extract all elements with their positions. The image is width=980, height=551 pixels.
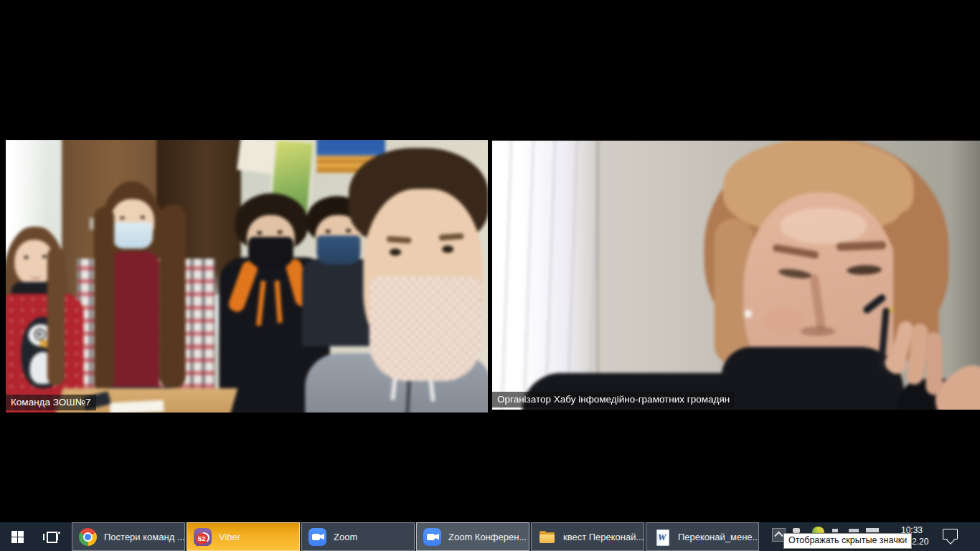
zoom-icon [423,528,441,546]
taskbar-app-chrome[interactable]: Постери команд ... [72,522,185,551]
taskbar-apps: Постери команд ...52ViberZoomZoom Конфер… [72,522,759,551]
pearl-earring [745,311,751,317]
student-4-blue-mask [316,235,360,265]
paper-sheet [110,400,164,413]
penguin-pupil [38,332,42,336]
zoom-icon [308,528,326,546]
taskbar-app-label: Zoom Конферен... [448,532,527,542]
hidden-tray-icon[interactable] [849,529,859,532]
student-5-eye [442,245,453,253]
windows-start-icon [11,531,24,543]
student-2-mask [112,222,153,249]
participant-name-label: Команда ЗОШ№7 [6,395,96,410]
taskbar-app-viber[interactable]: 52Viber [187,522,300,551]
folder-icon [538,528,556,546]
student-3-eye [257,231,262,235]
action-center-button[interactable] [943,529,960,543]
zoom-meeting-window: Команда ЗОШ№7 [0,0,980,551]
taskbar-app-label: квест Переконай... [563,532,644,542]
taskbar-app-label: Viber [219,532,240,542]
video-frame-team [6,140,488,413]
student-1-smile [30,272,42,279]
taskbar-app-label: Постери команд ... [104,532,184,542]
unread-count-badge: 52 [196,533,207,545]
student-1-eye [42,255,47,258]
hidden-tray-icon[interactable] [866,528,879,532]
taskbar-app-word-doc[interactable]: Переконай_мене... [646,522,759,551]
taskbar-app-label: Переконай_мене... [678,532,758,542]
student-5-eye [390,248,401,255]
taskbar-app-folder-quest[interactable]: квест Переконай... [531,522,644,551]
chrome-icon [79,528,97,546]
student-5-beige-mask [369,276,481,381]
video-tile-team[interactable]: Команда ЗОШ№7 [6,140,488,413]
student-1-eye [24,256,28,259]
student-3-eye [278,230,283,234]
organizer-nose-shadow [800,326,835,336]
taskbar-app-zoom-meeting[interactable]: Zoom Конферен... [416,522,529,551]
forehead-highlight [780,208,867,245]
tooltip-show-hidden-icons: Отображать скрытые значки [783,533,912,549]
black-turtleneck [722,347,904,410]
taskbar-app-label: Zoom [334,532,357,542]
video-tile-organizer[interactable]: Організатор Хабу інфомедійно-грамотних г… [492,141,980,410]
task-view-icon [43,531,60,543]
student-2-red-top [108,251,159,392]
student-2-eye [141,216,145,219]
chevron-up-icon [774,532,783,541]
taskbar-app-zoom-app[interactable]: Zoom [301,522,415,551]
student-2-hair-strand [94,207,114,393]
start-button[interactable] [0,522,34,551]
video-frame-organizer [492,141,980,410]
hidden-tray-icon[interactable] [793,528,800,533]
viber-icon: 52 [194,528,212,546]
hidden-tray-icon[interactable] [832,529,838,532]
student-2-eye [120,217,124,220]
student-1-hair-strand [47,247,65,385]
task-view-button[interactable] [34,522,69,551]
student-3-black-mask [248,237,293,268]
student-4-eye [346,229,351,232]
organizer-cheek [764,306,804,336]
window-curtain [492,141,599,410]
organizer-finger [925,332,943,395]
student-4-eye [326,230,331,233]
student-2-hair-strand [159,205,186,389]
word-icon [653,528,671,546]
participant-name-label: Організатор Хабу інфомедійно-грамотних г… [492,392,735,408]
curtain-edge [596,141,599,410]
